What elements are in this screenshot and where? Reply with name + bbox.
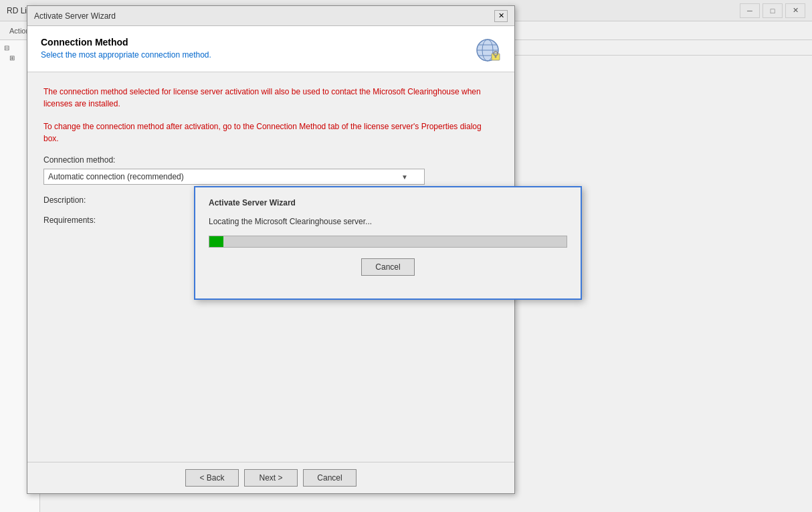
wizard-header-icon: [474, 37, 501, 64]
bg-maximize-button[interactable]: □: [763, 3, 783, 18]
dropdown-arrow-icon: ▼: [401, 173, 408, 181]
cancel-button[interactable]: Cancel: [303, 469, 357, 487]
wizard-title: Activate Server Wizard: [34, 11, 116, 21]
wizard-header: Connection Method Select the most approp…: [27, 26, 514, 72]
globe-icon: [475, 37, 500, 63]
bg-titlebar-controls: ─ □ ✕: [740, 3, 805, 18]
svg-point-7: [495, 56, 497, 58]
progress-dialog-footer: Cancel: [209, 258, 567, 276]
connection-method-dropdown[interactable]: Automatic connection (recommended) ▼: [43, 169, 425, 185]
info-text-2: To change the connection method after ac…: [43, 120, 498, 145]
subtitle-link: method.: [182, 50, 211, 60]
expand-icon-2: ⊞: [9, 54, 15, 62]
progress-bar-container: [209, 236, 567, 248]
progress-dialog-title: Activate Server Wizard: [209, 198, 567, 207]
wizard-header-subtitle: Select the most appropriate connection m…: [41, 50, 211, 60]
progress-bar-fill: [209, 236, 223, 247]
wizard-titlebar: Activate Server Wizard ✕: [27, 6, 514, 26]
progress-cancel-button[interactable]: Cancel: [361, 258, 415, 276]
subtitle-text: Select the most appropriate connection: [41, 50, 180, 60]
progress-dialog: Activate Server Wizard Locating the Micr…: [194, 186, 582, 300]
connection-method-label: Connection method:: [43, 155, 498, 165]
bg-close-button[interactable]: ✕: [785, 3, 805, 18]
info-text-1: The connection method selected for licen…: [43, 86, 498, 110]
dropdown-value: Automatic connection (recommended): [48, 172, 184, 181]
wizard-header-title: Connection Method: [41, 37, 211, 48]
progress-message: Locating the Microsoft Clearinghouse ser…: [209, 217, 567, 226]
back-button[interactable]: < Back: [185, 469, 239, 487]
wizard-footer: < Back Next > Cancel: [27, 462, 514, 493]
wizard-close-button[interactable]: ✕: [494, 10, 508, 22]
next-button[interactable]: Next >: [244, 469, 298, 487]
bg-minimize-button[interactable]: ─: [740, 3, 760, 18]
expand-icon-1: ⊟: [4, 44, 9, 52]
connection-method-dropdown-container: Automatic connection (recommended) ▼: [43, 169, 498, 185]
wizard-header-text: Connection Method Select the most approp…: [41, 37, 211, 60]
